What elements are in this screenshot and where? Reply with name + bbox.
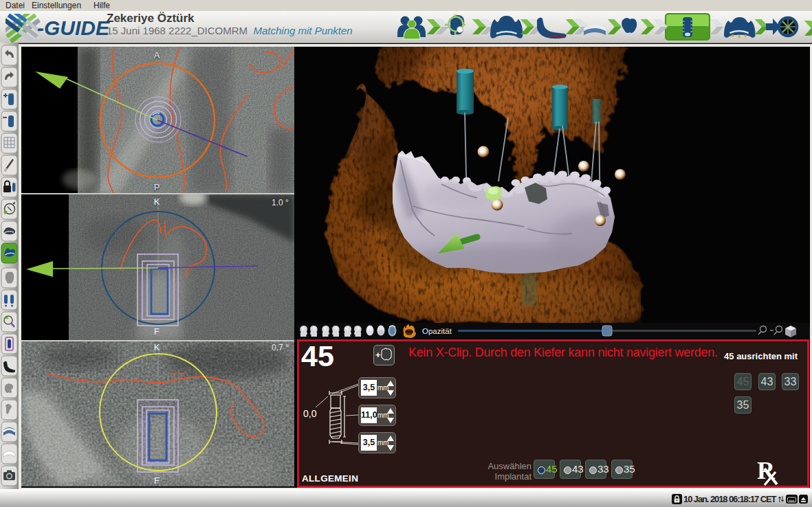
svg-text:K: K bbox=[154, 196, 160, 207]
svg-text:0,0: 0,0 bbox=[303, 408, 317, 419]
svg-text:K: K bbox=[154, 342, 160, 352]
svg-text:F: F bbox=[154, 475, 160, 486]
svg-text:+: + bbox=[375, 350, 381, 360]
svg-text:Opazität: Opazität bbox=[422, 327, 452, 335]
svg-text:-GUIDE: -GUIDE bbox=[37, 16, 110, 39]
svg-text:0.7 °: 0.7 ° bbox=[272, 343, 289, 352]
svg-text:A: A bbox=[154, 50, 160, 60]
svg-text:P: P bbox=[154, 182, 160, 192]
svg-text:1.0 °: 1.0 ° bbox=[272, 198, 289, 207]
svg-text:F: F bbox=[154, 326, 160, 337]
